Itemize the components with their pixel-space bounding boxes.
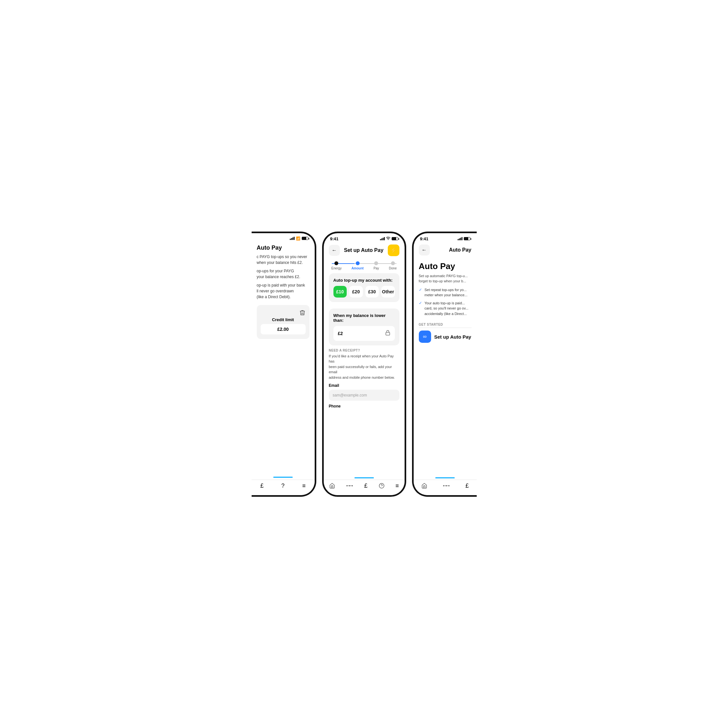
- step-label-done: Done: [389, 266, 397, 270]
- back-arrow-icon-right: ←: [422, 247, 427, 253]
- amount-btn-other[interactable]: Other: [381, 286, 395, 298]
- step-dot-done: [391, 261, 395, 265]
- phone-right: 9:41 ← Auto Pay Auto Pay S: [412, 232, 477, 497]
- receipt-section: NEED A RECEIPT? If you'd like a receipt …: [324, 349, 405, 411]
- status-bar-left: 📶: [252, 233, 315, 242]
- email-input[interactable]: sam@example.com: [329, 390, 399, 401]
- balance-card: When my balance is lower than: £2: [329, 309, 399, 346]
- bottom-nav-left: £ ? ≡: [252, 480, 315, 495]
- checkmark-icon-1: ✓: [419, 288, 422, 292]
- receipt-desc: If you'd like a receipt when your Auto P…: [329, 353, 399, 380]
- wifi-icon-center: [386, 237, 390, 241]
- check-text-1: Set repeat top-ups for yo...meter when y…: [425, 287, 468, 298]
- nav-item-help[interactable]: ?: [281, 483, 284, 489]
- checkmark-icon-2: ✓: [419, 301, 422, 305]
- time-right: 9:41: [420, 236, 428, 241]
- p1-page-title: Auto Pay: [252, 242, 315, 252]
- amount-btn-20[interactable]: £20: [349, 286, 363, 298]
- amount-options: £10 £20 £30 Other: [333, 286, 395, 298]
- step-done: Done: [389, 261, 397, 270]
- battery-icon-right: [464, 237, 470, 240]
- nav-dots-right[interactable]: [443, 483, 450, 488]
- svg-point-0: [388, 240, 388, 240]
- battery-icon: [302, 237, 308, 240]
- step-label-amount: Amount: [352, 266, 364, 270]
- back-arrow-icon: ←: [332, 248, 337, 253]
- balance-value: £2: [338, 331, 343, 336]
- nav-pound-right[interactable]: £: [465, 483, 469, 489]
- back-button-right[interactable]: ←: [419, 245, 430, 255]
- signal-icon-right: [457, 237, 462, 240]
- amount-btn-30[interactable]: £30: [366, 286, 379, 298]
- nav-bar-center: ← Set up Auto Pay ⚡: [324, 243, 405, 258]
- lock-icon: [385, 330, 390, 337]
- scene: 📶 Auto Pay c PAYG top-ups so you neverwh…: [219, 219, 510, 510]
- check-item-2: ✓ Your auto top-up is paid...card, so yo…: [419, 300, 471, 317]
- topup-card: Auto top-up my account with: £10 £20 £30…: [329, 273, 399, 302]
- status-bar-right: 9:41: [414, 233, 477, 243]
- balance-card-title: When my balance is lower than:: [333, 313, 395, 323]
- setup-autopay-button[interactable]: ∞ Set up Auto Pay: [414, 330, 477, 343]
- step-energy: Energy: [332, 261, 342, 270]
- status-bar-center: 9:41: [324, 233, 405, 243]
- step-dot-pay: [374, 261, 378, 265]
- bottom-nav-center: £ ≡: [324, 480, 405, 495]
- p1-credit-card: Credit limit £2.00: [257, 305, 309, 339]
- trash-icon[interactable]: [261, 309, 306, 316]
- nav-dots[interactable]: [346, 483, 353, 488]
- nav-item-pound[interactable]: £: [260, 483, 264, 489]
- bottom-indicator-right: [435, 477, 455, 478]
- email-label: Email: [329, 383, 399, 388]
- lightning-button[interactable]: ⚡: [388, 245, 399, 256]
- progress-steps: Energy Amount Pay Done: [324, 258, 405, 270]
- bottom-indicator-left: [273, 477, 293, 478]
- phone-left: 📶 Auto Pay c PAYG top-ups so you neverwh…: [252, 232, 316, 497]
- lightning-icon: ⚡: [390, 247, 397, 254]
- nav-title-center: Set up Auto Pay: [344, 248, 383, 253]
- phone-label: Phone: [329, 404, 399, 408]
- back-button-center[interactable]: ←: [329, 245, 340, 256]
- nav-bar-right: ← Auto Pay: [414, 243, 477, 257]
- nav-pound-center[interactable]: £: [364, 483, 367, 489]
- step-dot-amount: [356, 261, 359, 265]
- p1-body1: c PAYG top-ups so you neverwhen your bal…: [252, 252, 315, 267]
- wifi-icon: 📶: [296, 236, 300, 241]
- signal-icon-center: [380, 237, 385, 240]
- nav-home-right[interactable]: [421, 483, 427, 489]
- nav-menu-center[interactable]: ≡: [396, 483, 399, 489]
- step-pay: Pay: [373, 261, 379, 270]
- nav-title-right: Auto Pay: [449, 247, 471, 253]
- infinity-icon: ∞: [419, 330, 431, 343]
- credit-limit-value: £2.00: [261, 324, 306, 334]
- svg-rect-1: [386, 332, 390, 335]
- setup-autopay-label: Set up Auto Pay: [434, 334, 471, 340]
- nav-item-menu[interactable]: ≡: [302, 483, 306, 489]
- nav-home[interactable]: [329, 483, 335, 489]
- get-started-divider: [419, 327, 471, 328]
- nav-help-center[interactable]: [379, 483, 385, 489]
- p3-body-text: Set up automatic PAYG top-u...forget to …: [414, 273, 477, 284]
- p1-body2: op-ups for your PAYGyour balance reaches…: [252, 267, 315, 281]
- phone-center: 9:41 ← Set: [322, 232, 406, 497]
- step-dot-energy: [334, 261, 338, 265]
- topup-card-title: Auto top-up my account with:: [333, 278, 395, 283]
- email-placeholder: sam@example.com: [333, 393, 367, 398]
- signal-icon: [290, 237, 295, 240]
- p3-page-title: Auto Pay: [414, 257, 477, 273]
- check-item-1: ✓ Set repeat top-ups for yo...meter when…: [419, 287, 471, 298]
- balance-row: £2: [333, 326, 395, 341]
- time-center: 9:41: [330, 236, 339, 241]
- step-label-energy: Energy: [332, 266, 342, 270]
- amount-btn-10[interactable]: £10: [333, 286, 347, 298]
- bottom-nav-right: £: [414, 480, 477, 495]
- p1-body3: op-up is paid with your bankll never go …: [252, 281, 315, 301]
- get-started-label: GET STARTED: [414, 319, 477, 327]
- receipt-label: NEED A RECEIPT?: [329, 349, 399, 352]
- step-label-pay: Pay: [373, 266, 379, 270]
- battery-icon-center: [392, 237, 398, 240]
- credit-limit-label: Credit limit: [261, 317, 306, 322]
- step-amount: Amount: [352, 261, 364, 270]
- bottom-indicator-center: [355, 477, 374, 478]
- p3-checks: ✓ Set repeat top-ups for yo...meter when…: [414, 287, 477, 319]
- check-text-2: Your auto top-up is paid...card, so you'…: [425, 300, 469, 317]
